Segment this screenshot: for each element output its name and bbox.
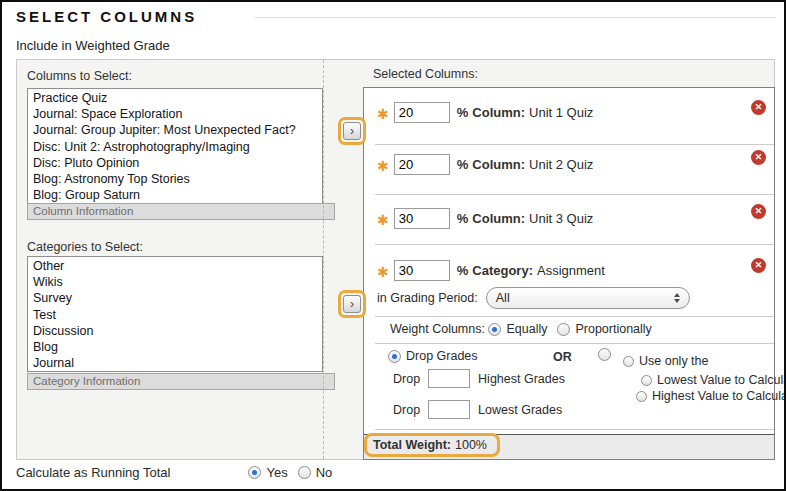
delete-icon[interactable]: ✕ — [751, 204, 766, 219]
list-item[interactable]: Disc: Unit 2: Astrophotography/Imaging — [33, 139, 322, 155]
list-item[interactable]: Blog: Group Saturn — [33, 187, 322, 203]
categories-listbox[interactable]: Other Wikis Survey Test Discussion Blog … — [27, 256, 323, 372]
list-item[interactable]: Discussion — [33, 323, 322, 339]
weight-columns-label: Weight Columns: — [390, 322, 485, 336]
running-total-yes-radio[interactable] — [248, 466, 261, 479]
drop-lowest-input[interactable] — [428, 400, 470, 419]
running-total-label: Calculate as Running Total — [16, 465, 170, 480]
row-name: Unit 2 Quiz — [529, 157, 593, 172]
lowest-value-label: Lowest Value to Calculate — [657, 373, 786, 387]
drop-lowest-row: Drop Lowest Grades — [393, 400, 562, 419]
use-only-secondary-radio[interactable] — [623, 356, 634, 367]
highest-value-radio[interactable] — [636, 391, 647, 402]
drop-highest-row: Drop Highest Grades — [393, 369, 565, 388]
selected-category-row: ✱ % Category: Assignment — [377, 260, 605, 281]
list-item[interactable]: Journal: Space Exploration — [33, 106, 322, 122]
no-label: No — [316, 465, 333, 480]
include-weighted-grade-label: Include in Weighted Grade — [16, 38, 170, 53]
equally-label: Equally — [506, 322, 547, 336]
move-columns-button[interactable]: › — [343, 122, 361, 140]
stepper-icon — [674, 293, 680, 303]
row-type-label: Category: — [472, 263, 533, 278]
list-item[interactable]: Other — [33, 258, 322, 274]
highest-value-option: Highest Value to Calculate — [636, 389, 786, 403]
total-separator — [375, 429, 774, 430]
use-only-label: Use only the — [639, 354, 708, 368]
highest-value-label: Highest Value to Calculate — [652, 389, 786, 403]
section-separator — [375, 343, 774, 344]
section-separator — [375, 316, 774, 317]
grading-period-label: in Grading Period: — [377, 291, 478, 305]
required-icon: ✱ — [377, 158, 389, 174]
delete-icon[interactable]: ✕ — [751, 258, 766, 273]
drop-grades-radio[interactable] — [388, 350, 401, 363]
percent-sign: % — [457, 211, 469, 226]
row-separator — [375, 244, 774, 245]
page-title: SELECT COLUMNS — [16, 8, 197, 25]
list-item[interactable]: Blog: Astronomy Top Stories — [33, 171, 322, 187]
equally-radio[interactable] — [488, 323, 501, 336]
drop-label: Drop — [393, 372, 420, 386]
drop-highest-input[interactable] — [428, 369, 470, 388]
move-categories-highlight: › — [338, 290, 366, 318]
selected-column-row: ✱ % Column: Unit 1 Quiz — [377, 102, 593, 123]
lowest-value-option: Lowest Value to Calculate — [641, 373, 786, 387]
list-item[interactable]: Journal: Group Jupiter: Most Unexpected … — [33, 122, 322, 138]
grading-period-value: All — [496, 291, 510, 305]
lowest-grades-label: Lowest Grades — [478, 403, 562, 417]
weight-columns-row: Weight Columns: Equally Proportionally — [390, 322, 662, 336]
use-only-radio[interactable] — [598, 348, 611, 361]
drop-grades-label: Drop Grades — [406, 349, 478, 363]
list-item[interactable]: Practice Quiz — [33, 90, 322, 106]
running-total-no-radio[interactable] — [298, 466, 311, 479]
grading-period-row: in Grading Period: All — [377, 287, 690, 309]
selected-columns-label: Selected Columns: — [373, 67, 478, 81]
category-information-bar[interactable]: Category Information — [27, 373, 335, 390]
move-categories-button[interactable]: › — [343, 295, 361, 313]
list-item[interactable]: Test — [33, 307, 322, 323]
move-columns-highlight: › — [338, 117, 366, 145]
running-total-row: Calculate as Running Total Yes No — [16, 465, 342, 480]
percent-sign: % — [457, 157, 469, 172]
chevron-right-icon: › — [350, 298, 354, 310]
required-icon: ✱ — [377, 212, 389, 228]
list-item[interactable]: Blog — [33, 339, 322, 355]
use-only-option: Use only the — [623, 354, 718, 368]
total-weight-label: Total Weight: — [373, 438, 451, 452]
proportionally-label: Proportionally — [575, 322, 651, 336]
chevron-right-icon: › — [350, 125, 354, 137]
selected-columns-panel: ✱ % Column: Unit 1 Quiz ✕ ✱ % Column: Un… — [363, 87, 775, 460]
weighted-grade-container: Columns to Select: Practice Quiz Journal… — [16, 59, 775, 460]
list-item[interactable]: Journal — [33, 355, 322, 371]
delete-icon[interactable]: ✕ — [751, 150, 766, 165]
row-separator — [375, 144, 774, 145]
highest-grades-label: Highest Grades — [478, 372, 565, 386]
weight-input[interactable] — [394, 260, 450, 281]
drop-grades-option: Drop Grades — [388, 349, 488, 363]
percent-sign: % — [457, 263, 469, 278]
delete-icon[interactable]: ✕ — [751, 100, 766, 115]
list-item[interactable]: Wikis — [33, 274, 322, 290]
lowest-value-radio[interactable] — [641, 375, 652, 386]
list-item[interactable]: Disc: Pluto Opinion — [33, 155, 322, 171]
proportionally-radio[interactable] — [557, 323, 570, 336]
row-name: Assignment — [537, 263, 605, 278]
panel-divider — [323, 60, 324, 459]
columns-listbox[interactable]: Practice Quiz Journal: Space Exploration… — [27, 88, 323, 204]
required-icon: ✱ — [377, 106, 389, 122]
or-label: OR — [553, 350, 572, 364]
row-type-label: Column: — [472, 211, 525, 226]
weight-input[interactable] — [394, 102, 450, 123]
column-information-bar[interactable]: Column Information — [27, 203, 335, 220]
weight-input[interactable] — [394, 208, 450, 229]
row-type-label: Column: — [472, 157, 525, 172]
weight-input[interactable] — [394, 154, 450, 175]
required-icon: ✱ — [377, 264, 389, 280]
drop-label: Drop — [393, 403, 420, 417]
total-weight-highlight: Total Weight: 100% — [364, 433, 500, 457]
list-item[interactable]: Survey — [33, 290, 322, 306]
row-type-label: Column: — [472, 105, 525, 120]
title-divider — [255, 17, 776, 18]
grading-period-select[interactable]: All — [486, 287, 690, 309]
row-separator — [375, 194, 774, 195]
